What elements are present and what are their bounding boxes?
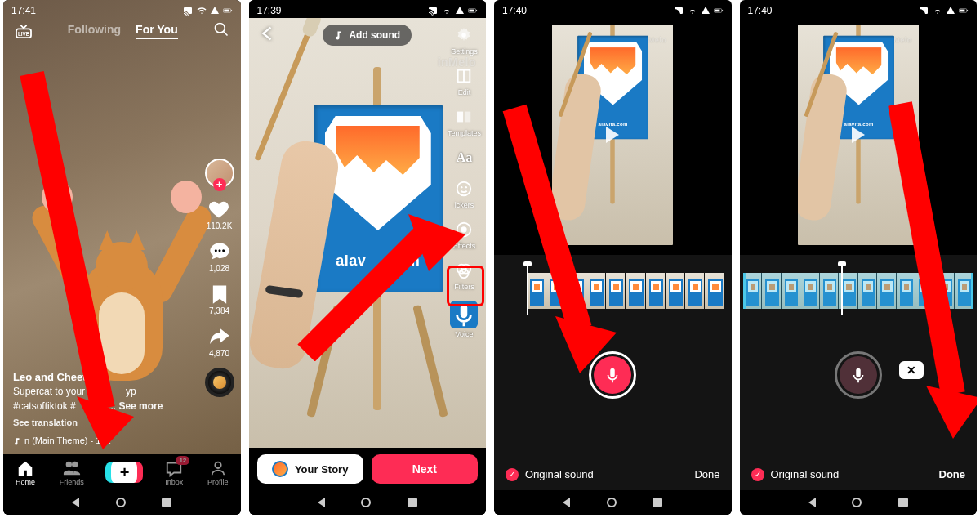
record-button[interactable]	[835, 351, 882, 399]
playhead[interactable]	[527, 266, 528, 315]
nav-back[interactable]	[318, 498, 325, 507]
video-preview: inMelo alavita.com	[494, 18, 732, 255]
nav-recent[interactable]	[653, 498, 662, 507]
svg-rect-49	[856, 368, 861, 377]
preview-thumb[interactable]: inMelo alavita.com	[798, 25, 919, 245]
share-count: 4,870	[209, 349, 229, 358]
like-count: 110.2K	[207, 221, 233, 230]
cast-icon	[428, 6, 438, 16]
svg-point-10	[218, 249, 220, 252]
status-bar: 17:40	[494, 0, 732, 18]
clock: 17:41	[11, 5, 36, 16]
nav-back[interactable]	[563, 498, 570, 507]
video-feed-content[interactable]: 17:41 LIVE Following For You	[3, 0, 241, 454]
done-button[interactable]: Done	[939, 468, 966, 480]
svg-rect-3	[224, 9, 229, 11]
screen-editor: 17:39 Add sound inMelo a	[249, 0, 487, 515]
save-button[interactable]: 7,384	[208, 283, 231, 315]
battery-icon	[959, 6, 969, 16]
nav-home[interactable]	[607, 498, 617, 507]
action-rail: 110.2K 1,028 7,384 4,870	[205, 159, 234, 397]
timeline[interactable]	[527, 273, 725, 309]
share-button[interactable]: 4,870	[208, 325, 231, 358]
status-bar: 17:40	[740, 0, 978, 18]
add-sound-button[interactable]: Add sound	[323, 25, 412, 46]
next-button[interactable]: Next	[372, 454, 478, 484]
like-button[interactable]: 110.2K	[207, 198, 233, 230]
your-story-button[interactable]: Your Story	[257, 454, 363, 484]
undo-button[interactable]: ✕	[899, 361, 924, 379]
android-nav	[3, 490, 241, 515]
tab-foryou[interactable]: For You	[136, 23, 178, 39]
wifi-icon	[442, 6, 452, 16]
clock: 17:40	[748, 5, 773, 16]
original-sound-toggle[interactable]: ✓ Original sound	[506, 468, 594, 481]
svg-text:LIVE: LIVE	[18, 31, 29, 37]
status-bar: 17:41	[3, 0, 241, 18]
annotation-highlight	[447, 266, 484, 306]
tab-friends[interactable]: Friends	[60, 459, 84, 486]
svg-line-8	[223, 32, 227, 36]
nav-back[interactable]	[72, 498, 79, 507]
see-more[interactable]: See more	[118, 400, 163, 412]
comment-count: 1,028	[209, 264, 229, 273]
done-button[interactable]: Done	[694, 468, 719, 480]
nav-home[interactable]	[361, 498, 371, 507]
live-icon[interactable]: LIVE	[15, 25, 33, 38]
tool-stickers[interactable]: ickers	[453, 178, 474, 209]
create-button[interactable]: +	[108, 462, 140, 483]
tool-text[interactable]: Aa	[453, 147, 474, 168]
tab-profile[interactable]: Profile	[207, 459, 229, 486]
svg-point-26	[461, 186, 463, 188]
original-sound-toggle[interactable]: ✓ Original sound	[751, 468, 840, 481]
preview-thumb[interactable]: inMelo alavita.com	[552, 25, 673, 245]
tab-inbox[interactable]: Inbox 12	[165, 459, 183, 486]
sound-marquee[interactable]: n (Main Theme) - 101	[13, 435, 176, 448]
editor-preview[interactable]: Add sound inMelo alav .com Settings Edit…	[249, 18, 487, 448]
signal-icon	[456, 7, 464, 14]
see-translation[interactable]: See translation	[13, 417, 176, 430]
back-button[interactable]	[257, 25, 275, 46]
story-icon	[272, 461, 288, 477]
tab-home[interactable]: Home	[16, 459, 35, 486]
record-button[interactable]	[589, 351, 636, 399]
svg-point-14	[215, 462, 220, 467]
tool-effects[interactable]: Effects	[453, 219, 475, 250]
nav-recent[interactable]	[408, 498, 417, 507]
username[interactable]: Leo and Cheeto	[13, 370, 176, 386]
play-icon	[606, 127, 619, 143]
svg-rect-24	[465, 112, 470, 123]
comment-button[interactable]: 1,028	[208, 240, 231, 273]
bottom-tabbar: Home Friends + Inbox 12 Profile	[3, 454, 241, 490]
save-count: 7,384	[209, 306, 229, 315]
svg-point-9	[214, 249, 216, 252]
caption[interactable]: Supercat to your res yp #catsoftiktok # …	[13, 385, 176, 413]
nav-recent[interactable]	[898, 498, 908, 507]
wifi-icon	[688, 6, 697, 16]
video-preview: inMelo alavita.com	[740, 18, 978, 255]
svg-marker-51	[926, 386, 977, 439]
nav-recent[interactable]	[162, 498, 172, 507]
battery-icon	[714, 6, 724, 16]
svg-rect-4	[231, 10, 232, 11]
tool-edit[interactable]: Edit	[453, 65, 474, 96]
voice-editor: ✕	[740, 255, 978, 458]
tool-templates[interactable]: Templates	[448, 106, 481, 137]
android-nav	[249, 490, 487, 515]
tab-following[interactable]: Following	[68, 23, 121, 39]
screen-feed: 17:41 LIVE Following For You	[3, 0, 241, 515]
check-icon: ✓	[751, 468, 764, 481]
search-icon[interactable]	[213, 21, 229, 41]
author-avatar[interactable]	[205, 159, 234, 188]
nav-back[interactable]	[808, 498, 816, 507]
nav-home[interactable]	[116, 498, 126, 507]
battery-icon	[468, 6, 478, 16]
recorded-track[interactable]	[743, 273, 974, 309]
svg-rect-18	[469, 9, 474, 11]
svg-rect-41	[611, 368, 616, 377]
playhead[interactable]	[841, 266, 843, 315]
nav-home[interactable]	[852, 498, 862, 507]
sound-disc[interactable]	[205, 368, 234, 397]
battery-icon	[223, 6, 233, 16]
android-nav	[494, 490, 732, 515]
